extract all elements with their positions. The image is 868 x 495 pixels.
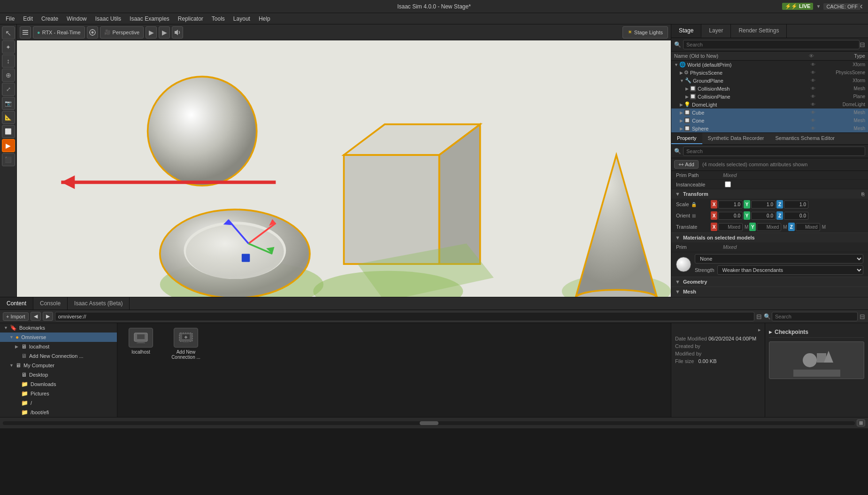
stage-filter-icon[interactable]: ⊟ bbox=[860, 41, 865, 48]
file-item-add-connection[interactable]: Add New Connection ... bbox=[167, 328, 205, 360]
tool-scale[interactable]: ⤢ bbox=[2, 83, 15, 96]
tree-item-cone[interactable]: ▶ 🔲 Cone 👁 Mesh bbox=[671, 116, 868, 124]
tree-item-collisionplane[interactable]: ▶ 🔲 CollisionPlane 👁 Plane bbox=[671, 93, 868, 101]
audio-btn[interactable] bbox=[172, 26, 183, 39]
instanceable-checkbox[interactable] bbox=[725, 181, 731, 187]
import-btn[interactable]: + Import bbox=[3, 312, 29, 321]
fb-add-new-connection[interactable]: ▶ 🖥 Add New Connection ... bbox=[0, 351, 117, 361]
tree-item-cube[interactable]: ▶ 🔲 Cube 👁 Mesh bbox=[671, 108, 868, 116]
cone-eye[interactable]: 👁 bbox=[811, 118, 815, 123]
file-item-localhost[interactable]: localhost bbox=[122, 328, 160, 355]
tab-synthetic-data[interactable]: Synthetic Data Recorder bbox=[702, 133, 770, 144]
dome-eye[interactable]: 👁 bbox=[811, 102, 815, 107]
rtx-realtime-btn[interactable]: ● RTX - Real-Time bbox=[33, 26, 85, 39]
grid-view-btn[interactable]: ⊞ bbox=[857, 419, 865, 426]
live-badge[interactable]: ⚡ ⚡ LIVE bbox=[782, 3, 814, 10]
menu-layout[interactable]: Layout bbox=[230, 15, 254, 23]
nav-back-btn[interactable]: ◀ bbox=[31, 312, 41, 321]
orient-z-input[interactable] bbox=[784, 212, 808, 220]
fb-localhost[interactable]: ▶ 🖥 localhost bbox=[0, 342, 117, 351]
path-filter-icon[interactable]: ⊟ bbox=[756, 313, 762, 320]
tool-selection[interactable]: ⬜ bbox=[2, 125, 15, 138]
transform-copy-icon[interactable]: ⎘ bbox=[861, 192, 864, 197]
translate-y-input[interactable] bbox=[757, 223, 781, 231]
live-chevron[interactable]: ▼ bbox=[816, 4, 821, 9]
tree-item-groundplane[interactable]: ▼ 🔧 GroundPlane 👁 Xform bbox=[671, 77, 868, 85]
menu-window[interactable]: Window bbox=[63, 15, 91, 23]
checkpoints-expand-icon[interactable]: ▸ bbox=[769, 329, 772, 335]
fb-downloads[interactable]: ▶ 📁 Downloads bbox=[0, 379, 117, 389]
tool-rotate[interactable]: ⊕ bbox=[2, 69, 15, 82]
tree-item-world[interactable]: ▼ 🌐 World (defaultPrim) 👁 Xform bbox=[671, 61, 868, 69]
fb-desktop[interactable]: ▶ 🖥 Desktop bbox=[0, 370, 117, 379]
viewport-next-btn[interactable]: ▶ bbox=[146, 26, 157, 39]
tab-layer[interactable]: Layer bbox=[701, 24, 731, 38]
menu-help[interactable]: Help bbox=[255, 15, 274, 23]
tool-measure[interactable]: 📐 bbox=[2, 111, 15, 124]
tool-arrow[interactable]: ↖ bbox=[2, 26, 15, 39]
fb-bookmarks[interactable]: ▼ 🔖 Bookmarks bbox=[0, 323, 117, 333]
physics-eye[interactable]: 👁 bbox=[811, 70, 815, 75]
path-input[interactable] bbox=[55, 312, 754, 321]
menu-edit[interactable]: Edit bbox=[19, 15, 37, 23]
tab-stage[interactable]: Stage bbox=[671, 24, 701, 38]
mesh-header[interactable]: ▼ Mesh bbox=[671, 287, 868, 296]
geometry-header[interactable]: ▼ Geometry bbox=[671, 277, 868, 286]
tool-camera[interactable]: 📷 bbox=[2, 97, 15, 110]
fb-omniverse[interactable]: ▼ ● Omniverse bbox=[0, 333, 117, 342]
stage-search-input[interactable] bbox=[683, 40, 860, 49]
scale-x-input[interactable] bbox=[718, 201, 743, 209]
translate-x-input[interactable] bbox=[718, 223, 743, 231]
strength-select[interactable]: Weaker than Descendants bbox=[717, 265, 863, 275]
fb-boot-efi[interactable]: ▶ 📁 /boot/efi bbox=[0, 408, 117, 417]
tab-console[interactable]: Console bbox=[33, 297, 68, 309]
scale-z-input[interactable] bbox=[784, 201, 808, 209]
tab-property[interactable]: Property bbox=[671, 133, 702, 144]
orient-y-input[interactable] bbox=[751, 212, 776, 220]
tool-play[interactable]: ▶ bbox=[2, 139, 15, 152]
render-settings-btn[interactable] bbox=[87, 26, 98, 39]
tab-render-settings[interactable]: Render Settings bbox=[731, 24, 787, 38]
fb-root[interactable]: ▶ 📁 / bbox=[0, 398, 117, 408]
scrollbar-thumb[interactable] bbox=[420, 421, 438, 425]
fb-pictures[interactable]: ▶ 📁 Pictures bbox=[0, 389, 117, 398]
cube-eye[interactable]: 👁 bbox=[811, 110, 815, 115]
viewport-menu-btn[interactable] bbox=[20, 26, 31, 39]
orient-x-input[interactable] bbox=[718, 212, 743, 220]
tool-stop[interactable]: ⬛ bbox=[2, 153, 15, 166]
menu-replicator[interactable]: Replicator bbox=[174, 15, 207, 23]
tab-content[interactable]: Content bbox=[0, 297, 33, 309]
cmesh-eye[interactable]: 👁 bbox=[811, 86, 815, 91]
property-add-btn[interactable]: + + Add bbox=[674, 160, 699, 169]
tree-item-collisionmesh[interactable]: ▶ 🔲 CollisionMesh 👁 Mesh bbox=[671, 85, 868, 93]
content-search-input[interactable] bbox=[772, 312, 858, 321]
menu-tools[interactable]: Tools bbox=[208, 15, 229, 23]
horizontal-scrollbar[interactable] bbox=[3, 421, 855, 425]
viewport-canvas[interactable]: Z X m bbox=[17, 40, 671, 297]
materials-header[interactable]: ▼ Materials on selected models bbox=[671, 233, 868, 242]
perspective-btn[interactable]: 🎥 Perspective bbox=[100, 26, 144, 39]
menu-isaac-examples[interactable]: Isaac Examples bbox=[126, 15, 173, 23]
menu-file[interactable]: File bbox=[2, 15, 18, 23]
menu-create[interactable]: Create bbox=[38, 15, 62, 23]
translate-z-input[interactable] bbox=[796, 223, 820, 231]
tool-transform[interactable]: ✦ bbox=[2, 40, 15, 54]
tree-item-sphere[interactable]: ▶ 🔲 Sphere 👁 Mesh bbox=[671, 124, 868, 132]
world-eye[interactable]: 👁 bbox=[811, 62, 815, 67]
sphere-eye[interactable]: 👁 bbox=[811, 126, 815, 131]
fb-my-computer[interactable]: ▼ 🖥 My Computer bbox=[0, 361, 117, 370]
tree-item-physicsscene[interactable]: ▶ ⚙ PhysicsScene 👁 PhysicsScene bbox=[671, 69, 868, 77]
menu-isaac-utils[interactable]: Isaac Utils bbox=[92, 15, 125, 23]
ground-eye[interactable]: 👁 bbox=[811, 78, 815, 83]
material-none-select[interactable]: None bbox=[695, 254, 863, 263]
property-search-input[interactable] bbox=[683, 147, 865, 156]
tree-item-domelight[interactable]: ▶ 💡 DomeLight 👁 DomeLight bbox=[671, 101, 868, 108]
cplane-eye[interactable]: 👁 bbox=[811, 94, 815, 99]
info-expand-icon[interactable]: ▸ bbox=[758, 327, 761, 333]
scale-y-input[interactable] bbox=[751, 201, 776, 209]
content-filter-icon[interactable]: ⊟ bbox=[860, 313, 865, 320]
tab-isaac-assets[interactable]: Isaac Assets (Beta) bbox=[68, 297, 130, 309]
tool-move[interactable]: ↕ bbox=[2, 54, 15, 68]
stage-lights-btn[interactable]: ☀ Stage Lights bbox=[622, 26, 668, 39]
transform-header[interactable]: ▼ Transform ⎘ bbox=[671, 189, 868, 199]
